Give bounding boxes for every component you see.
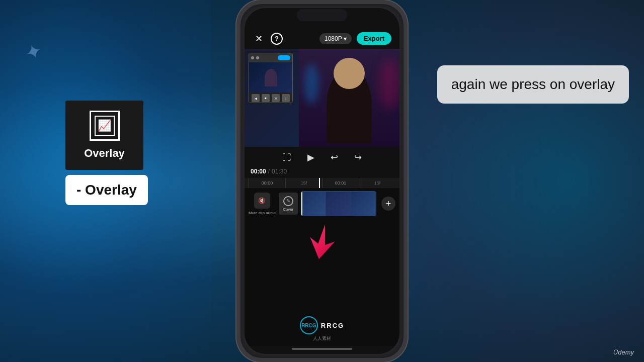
track-playhead [301, 192, 302, 216]
video-preview: ◀ ■ ✕ ⋮ [245, 49, 399, 147]
watermark-logo-text: RRCG [301, 323, 316, 328]
overlay-labels: 📈 Overlay - Overlay [65, 101, 148, 205]
timeline-empty-area [245, 219, 399, 312]
ruler-mark-3: 15f [359, 178, 395, 188]
home-indicator [292, 348, 352, 350]
thumb-dot-1 [251, 56, 254, 59]
time-separator: / [268, 168, 270, 175]
down-arrow-svg [309, 224, 335, 259]
mute-button[interactable]: 🔇 [254, 193, 270, 209]
play-button[interactable]: ▶ [307, 152, 314, 163]
background-right-glow [392, 0, 644, 362]
phone-screen: ✕ ? 1080P ▾ Export [245, 8, 399, 354]
resolution-badge[interactable]: 1080P ▾ [319, 33, 352, 44]
overlay-icon-border: 📈 [90, 111, 120, 141]
export-button[interactable]: Export [357, 32, 391, 45]
time-current: 00:00 [251, 168, 266, 175]
speech-bubble: again we press on overlay [437, 65, 629, 104]
ruler-mark-1: 15f [285, 178, 322, 188]
track-controls: 🔇 Mute clip audio [249, 193, 276, 215]
thumb-blue-pill [278, 55, 290, 60]
watermark-area: RRCG RRCG 人人素材 [245, 312, 399, 346]
thumbnail-image [249, 62, 292, 93]
phone-header-left: ✕ ? [253, 33, 283, 45]
fullscreen-button[interactable]: ⛶ [282, 152, 291, 163]
chart-icon: 📈 [98, 119, 111, 132]
thumb-dot-2 [256, 56, 259, 59]
add-track-button[interactable]: + [381, 197, 395, 211]
udemy-label: Ūdemy [613, 348, 634, 356]
thumbnail-header [249, 53, 292, 62]
thumb-btn-4: ⋮ [282, 94, 290, 102]
arrow-indicator [309, 224, 335, 261]
track-frame-2 [326, 192, 351, 216]
phone-content: ✕ ? 1080P ▾ Export [245, 8, 399, 354]
ruler-playhead [319, 178, 320, 188]
thumb-btn-1: ◀ [252, 94, 260, 102]
undo-button[interactable]: ↩ [331, 152, 338, 163]
time-total: 01:30 [272, 168, 287, 175]
phone-nav-bar [245, 346, 399, 354]
timeline-time: 00:00 / 01:30 [245, 168, 399, 178]
timeline-ruler: 00:00 15f 00:01 15f [245, 178, 399, 188]
thumbnail-bottom-bar: ◀ ■ ✕ ⋮ [249, 93, 292, 103]
overlay-icon-label: Overlay [84, 147, 125, 160]
thumb-btn-2: ■ [262, 94, 270, 102]
overlay-text-label: - Overlay [76, 182, 137, 198]
mute-icon: 🔇 [258, 197, 266, 204]
udemy-badge: Ūdemy [613, 348, 634, 356]
watermark-main-text: RRCG [321, 322, 344, 329]
ruler-mark-2: 00:01 [322, 178, 359, 188]
track-frame-1 [301, 192, 326, 216]
speech-bubble-text: again we press on overlay [451, 76, 615, 92]
overlay-text-box: - Overlay [65, 175, 148, 205]
cover-button[interactable]: ✎ Cover [279, 193, 298, 215]
close-button[interactable]: ✕ [253, 33, 265, 45]
frame-thumb-1 [301, 192, 326, 216]
cover-label: Cover [283, 207, 293, 212]
thumb-btn-3: ✕ [272, 94, 280, 102]
overlay-icon-inner: 📈 [95, 116, 115, 136]
phone-frame: ✕ ? 1080P ▾ Export [236, 0, 408, 362]
phone-mockup: ✕ ? 1080P ▾ Export [236, 0, 408, 362]
watermark-logo-circle: RRCG [300, 316, 318, 334]
phone-notch [297, 9, 347, 21]
cover-icon: ✎ [283, 196, 293, 206]
frame-thumb-2 [326, 192, 350, 216]
frame-thumb-3 [351, 192, 375, 216]
watermark-sub-text: 人人素材 [313, 335, 331, 342]
mute-label: Mute clip audio [249, 211, 276, 215]
video-main-content [299, 49, 399, 147]
watermark-container: RRCG RRCG [300, 316, 344, 334]
phone-toolbar: ⛶ ▶ ↩ ↪ [245, 147, 399, 168]
redo-button[interactable]: ↪ [354, 152, 362, 163]
video-thumbnail-overlay: ◀ ■ ✕ ⋮ [249, 53, 293, 103]
cover-icon-symbol: ✎ [286, 198, 290, 204]
video-track-strip[interactable] [301, 191, 376, 216]
thumb-person [265, 69, 277, 86]
track-frame-3 [351, 192, 376, 216]
phone-header-right: 1080P ▾ Export [319, 32, 391, 45]
overlay-icon-box: 📈 Overlay [65, 101, 143, 170]
help-button[interactable]: ? [271, 33, 283, 45]
ruler-mark-0: 00:00 [249, 178, 285, 188]
timeline-tracks: 🔇 Mute clip audio ✎ Cover [245, 188, 399, 219]
